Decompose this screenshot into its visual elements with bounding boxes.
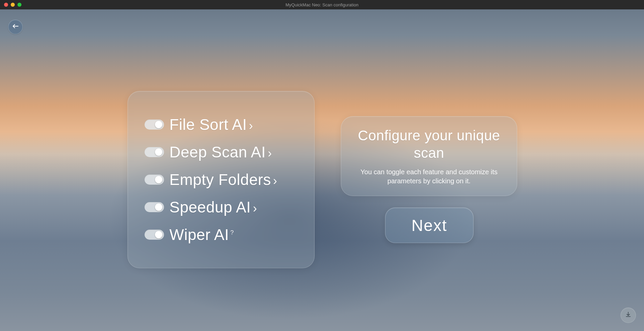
toggle-speedup-ai[interactable] — [145, 202, 164, 212]
feature-label: Wiper AI? — [169, 226, 234, 244]
info-panel: Configure your unique scan You can toggl… — [341, 116, 517, 196]
chevron-right-icon: › — [268, 146, 272, 160]
feature-label: File Sort AI› — [169, 115, 253, 134]
main-area: File Sort AI› Deep Scan AI› Empty Folder… — [0, 9, 644, 331]
titlebar: MyQuickMac Neo: Scan configuration — [0, 0, 644, 9]
feature-wiper-ai[interactable]: Wiper AI? — [145, 226, 298, 244]
close-window-button[interactable] — [4, 3, 8, 7]
toggle-deep-scan-ai[interactable] — [145, 147, 164, 157]
toggle-empty-folders[interactable] — [145, 175, 164, 185]
feature-label: Empty Folders› — [169, 171, 277, 189]
chevron-right-icon: › — [253, 201, 257, 215]
toggle-wiper-ai[interactable] — [145, 230, 164, 240]
features-panel: File Sort AI› Deep Scan AI› Empty Folder… — [127, 91, 315, 268]
help-icon: ? — [230, 229, 234, 236]
download-button[interactable] — [621, 308, 636, 323]
window-title: MyQuickMac Neo: Scan configuration — [285, 2, 358, 7]
toggle-file-sort-ai[interactable] — [145, 120, 164, 130]
feature-file-sort-ai[interactable]: File Sort AI› — [145, 115, 298, 134]
chevron-right-icon: › — [249, 119, 253, 133]
window-controls — [0, 3, 21, 7]
minimize-window-button[interactable] — [11, 3, 15, 7]
feature-empty-folders[interactable]: Empty Folders› — [145, 171, 298, 189]
feature-label: Deep Scan AI› — [169, 143, 272, 161]
maximize-window-button[interactable] — [17, 3, 21, 7]
chevron-right-icon: › — [273, 174, 277, 188]
feature-label: Speedup AI› — [169, 198, 257, 216]
feature-speedup-ai[interactable]: Speedup AI› — [145, 198, 298, 216]
info-description: You can toggle each feature and customiz… — [355, 168, 503, 186]
info-title: Configure your unique scan — [355, 127, 503, 162]
feature-deep-scan-ai[interactable]: Deep Scan AI› — [145, 143, 298, 161]
download-icon — [625, 311, 632, 319]
next-button[interactable]: Next — [385, 207, 474, 243]
back-button[interactable] — [8, 19, 23, 34]
arrow-left-icon — [12, 24, 18, 30]
